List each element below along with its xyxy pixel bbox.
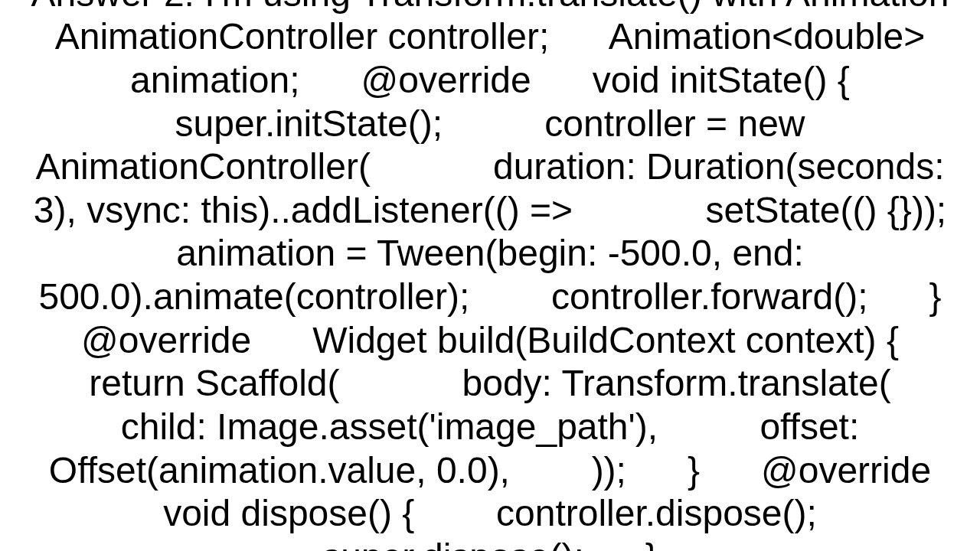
code-text: Answer 2: I'm using Transform.translate(…: [15, 0, 965, 551]
document-page: Answer 2: I'm using Transform.translate(…: [0, 0, 980, 551]
